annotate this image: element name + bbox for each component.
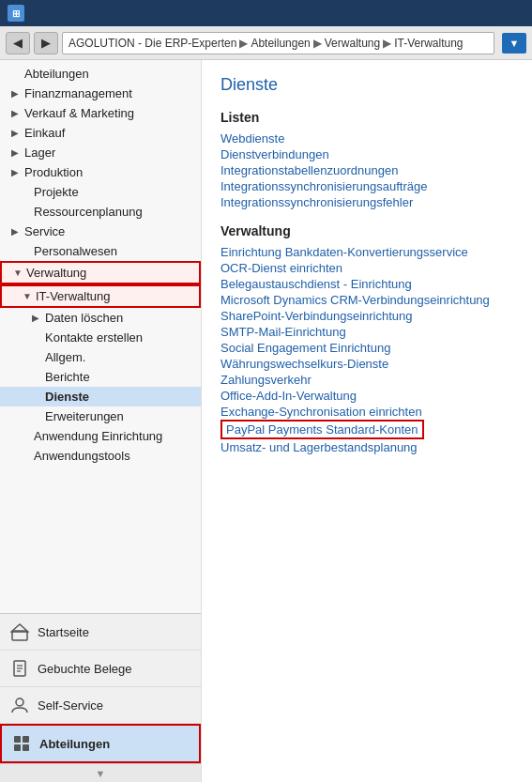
sidebar-item-allgem[interactable]: Allgem.	[0, 347, 201, 367]
content-link-wahrungswechselkurs[interactable]: Währungswechselkurs-Dienste	[220, 356, 513, 372]
nav-bar: ◀ ▶ AGOLUTION - Die ERP-Experten ▶ Abtei…	[0, 26, 532, 60]
content-link-sharepoint[interactable]: SharePoint-Verbindungseinrichtung	[220, 308, 513, 324]
sidebar-bottom-item-self-service[interactable]: Self-Service	[0, 687, 201, 724]
forward-button[interactable]: ▶	[34, 32, 58, 54]
sidebar-bottom-label-startseite: Startseite	[38, 625, 89, 639]
svg-point-6	[16, 698, 23, 706]
sidebar-item-berichte[interactable]: Berichte	[0, 367, 201, 387]
sidebar-scroll-indicator[interactable]: ▼	[0, 763, 201, 782]
content-link-umsatz-lagerbestand[interactable]: Umsatz- und Lagerbestandsplanung	[220, 439, 513, 455]
sidebar-item-anwendung-einrichtung[interactable]: Anwendung Einrichtung	[0, 426, 201, 446]
title-bar: ⊞	[0, 0, 532, 26]
content-link-office-add-in[interactable]: Office-Add-In-Verwaltung	[220, 388, 513, 404]
content-link-integrationssynchronisierungsaufträge[interactable]: Integrationssynchronisierungsaufträge	[220, 178, 513, 194]
content-link-social-engagement[interactable]: Social Engagement Einrichtung	[220, 340, 513, 356]
nav-path-part-1: AGOLUTION - Die ERP-Experten	[68, 37, 236, 50]
nav-dropdown-button[interactable]: ▼	[502, 33, 526, 54]
back-button[interactable]: ◀	[6, 32, 30, 54]
sidebar-bottom-item-abteilungen-nav[interactable]: Abteilungen	[0, 724, 201, 763]
sidebar-item-finanzmanagement[interactable]: ▶Finanzmanagement	[0, 84, 201, 103]
chevron-icon-daten-loschen: ▶	[32, 313, 45, 323]
sidebar: Abteilungen▶Finanzmanagement▶Verkauf & M…	[0, 60, 202, 782]
sidebar-item-daten-loschen[interactable]: ▶Daten löschen	[0, 308, 201, 328]
chevron-icon-verwaltung: ▼	[13, 268, 26, 278]
nav-path-part-2: Abteilungen	[251, 37, 310, 50]
content-link-ocr-dienst[interactable]: OCR-Dienst einrichten	[220, 260, 513, 276]
sidebar-item-label-service: Service	[24, 224, 193, 238]
sidebar-item-label-einkauf: Einkauf	[24, 126, 193, 140]
sidebar-item-label-berichte: Berichte	[45, 370, 193, 384]
sidebar-bottom: StartseiteGebuchte BelegeSelf-ServiceAbt…	[0, 613, 201, 763]
sidebar-item-abteilungen[interactable]: Abteilungen	[0, 64, 201, 84]
chevron-icon-service: ▶	[11, 226, 24, 237]
sidebar-item-label-allgem: Allgem.	[45, 350, 193, 364]
sidebar-item-kontakte-erstellen[interactable]: Kontakte erstellen	[0, 328, 201, 347]
sidebar-item-label-dienste: Dienste	[45, 390, 193, 404]
chevron-icon-produktion: ▶	[11, 167, 24, 177]
sidebar-item-label-it-verwaltung: IT-Verwaltung	[36, 289, 191, 303]
content-link-integrationstabellenzuordnungen[interactable]: Integrationstabellenzuordnungen	[220, 162, 513, 178]
sidebar-item-label-anwendungstools: Anwendungstools	[34, 449, 193, 463]
nav-path-part-3: Verwaltung	[325, 37, 380, 50]
content-link-webdienste[interactable]: Webdienste	[220, 130, 513, 146]
sidebar-item-label-erweiterungen: Erweiterungen	[45, 409, 193, 423]
sidebar-item-label-anwendung-einrichtung: Anwendung Einrichtung	[34, 429, 193, 443]
svg-rect-7	[14, 736, 21, 743]
chevron-icon-einkauf: ▶	[11, 128, 24, 138]
content-link-integrationssynchronisierungsfehler[interactable]: Integrationssynchronisierungsfehler	[220, 194, 513, 210]
sidebar-bottom-label-abteilungen-nav: Abteilungen	[39, 737, 110, 751]
svg-rect-8	[23, 736, 29, 743]
content-link-belegaustausch[interactable]: Belegaustauschdienst - Einrichtung	[220, 276, 513, 292]
nav-path-part-4: IT-Verwaltung	[394, 37, 463, 50]
sidebar-item-label-daten-loschen: Daten löschen	[45, 311, 193, 325]
sidebar-item-it-verwaltung[interactable]: ▼IT-Verwaltung	[0, 284, 201, 308]
content-link-einrichtung-bankdaten[interactable]: Einrichtung Bankdaten-Konvertierungsserv…	[220, 244, 513, 260]
content-title: Dienste	[220, 75, 513, 95]
sidebar-bottom-icon-abteilungen-nav	[11, 733, 32, 754]
sidebar-item-label-produktion: Produktion	[24, 165, 193, 179]
sidebar-item-label-personalwesen: Personalwesen	[34, 244, 193, 258]
chevron-icon-it-verwaltung: ▼	[23, 291, 36, 301]
app-icon: ⊞	[8, 5, 24, 22]
content-link-paypal[interactable]: PayPal Payments Standard-Konten	[220, 420, 424, 439]
main-layout: Abteilungen▶Finanzmanagement▶Verkauf & M…	[0, 60, 532, 782]
chevron-icon-finanzmanagement: ▶	[11, 88, 24, 99]
sidebar-item-label-verwaltung: Verwaltung	[26, 266, 191, 280]
sidebar-item-lager[interactable]: ▶Lager	[0, 143, 201, 162]
nav-path: AGOLUTION - Die ERP-Experten ▶ Abteilung…	[62, 32, 494, 54]
sidebar-bottom-label-gebuchte-belege: Gebuchte Belege	[38, 662, 131, 676]
sidebar-bottom-icon-self-service	[9, 695, 30, 715]
sidebar-item-label-lager: Lager	[24, 146, 193, 160]
sidebar-item-einkauf[interactable]: ▶Einkauf	[0, 123, 201, 143]
section-header-listen: Listen	[220, 110, 513, 125]
sidebar-item-label-kontakte-erstellen: Kontakte erstellen	[45, 330, 193, 345]
chevron-icon-verkauf: ▶	[11, 108, 24, 118]
sidebar-bottom-item-gebuchte-belege[interactable]: Gebuchte Belege	[0, 651, 201, 687]
sidebar-item-verkauf[interactable]: ▶Verkauf & Marketing	[0, 103, 201, 123]
sidebar-item-label-finanzmanagement: Finanzmanagement	[24, 86, 193, 100]
sidebar-item-produktion[interactable]: ▶Produktion	[0, 162, 201, 182]
sidebar-item-personalwesen[interactable]: Personalwesen	[0, 241, 201, 261]
sidebar-item-erweiterungen[interactable]: Erweiterungen	[0, 406, 201, 426]
content-area: Dienste ListenWebdiensteDienstverbindung…	[202, 60, 532, 782]
sidebar-item-verwaltung[interactable]: ▼Verwaltung	[0, 261, 201, 284]
sidebar-item-ressourcenplanung[interactable]: Ressourcenplanung	[0, 202, 201, 222]
sidebar-item-anwendungstools[interactable]: Anwendungstools	[0, 446, 201, 466]
sidebar-item-label-abteilungen: Abteilungen	[24, 67, 193, 81]
svg-rect-9	[14, 744, 21, 751]
sidebar-nav: Abteilungen▶Finanzmanagement▶Verkauf & M…	[0, 60, 201, 613]
content-link-microsoft-dynamics[interactable]: Microsoft Dynamics CRM-Verbindungseinric…	[220, 292, 513, 308]
sidebar-item-projekte[interactable]: Projekte	[0, 182, 201, 202]
content-link-exchange-synchronisation[interactable]: Exchange-Synchronisation einrichten	[220, 404, 513, 420]
content-link-smtp-mail[interactable]: SMTP-Mail-Einrichtung	[220, 324, 513, 340]
content-link-dienstverbindungen[interactable]: Dienstverbindungen	[220, 146, 513, 162]
sidebar-bottom-item-startseite[interactable]: Startseite	[0, 614, 201, 651]
sidebar-item-service[interactable]: ▶Service	[0, 222, 201, 241]
sidebar-item-label-projekte: Projekte	[34, 185, 193, 199]
sidebar-bottom-icon-startseite	[9, 621, 30, 642]
chevron-icon-lager: ▶	[11, 147, 24, 158]
section-header-verwaltung: Verwaltung	[220, 223, 513, 238]
sidebar-item-dienste[interactable]: Dienste	[0, 387, 201, 406]
sidebar-item-label-ressourcenplanung: Ressourcenplanung	[34, 205, 193, 219]
content-link-zahlungsverkehr[interactable]: Zahlungsverkehr	[220, 372, 513, 388]
